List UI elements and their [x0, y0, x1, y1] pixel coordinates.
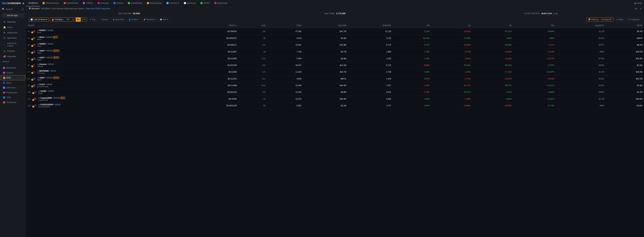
time-btn-1h[interactable]: 1H — [70, 18, 76, 22]
time-btn-6h[interactable]: 6H — [76, 18, 81, 22]
rank-by-button[interactable]: 🏆 Rank by: ↓ Trending 6H — [586, 18, 614, 22]
table-row[interactable]: #5 A v3 ANDY / WBNB ⚡500 ANDY $0.0₆ — [26, 55, 644, 62]
table-row[interactable]: #1 P v4 PERRY / WBNB Perry $0.0083 — [26, 28, 644, 35]
makers-cell: 1,424 — [348, 75, 393, 82]
sidebar-collapse-btn[interactable]: ◀ — [22, 2, 24, 5]
advertise-label: Advertise — [7, 55, 16, 58]
table-row[interactable]: #4 A v3 ANDY / WBNB ⚡500 ANDY $0.0₆ — [26, 48, 644, 55]
makers-cell: 5,894 — [348, 96, 393, 102]
top-nav-bakeryswap[interactable]: BakerySwap — [144, 0, 164, 6]
m5-cell: 0.57% — [393, 75, 431, 82]
logo-area: DEX SCREENER ◀ — [0, 0, 26, 6]
table-row[interactable]: #9 C v3 CLEO / WBNB Binance's dog — [26, 82, 644, 89]
top-nav-radioshack[interactable]: RadioShack — [61, 0, 80, 6]
age-cell: 12h — [238, 89, 267, 96]
sidebar-more[interactable]: more ▾ — [0, 59, 26, 64]
top-nav-biswap[interactable]: Biswap — [111, 0, 126, 6]
token-quote: WBNB — [48, 29, 54, 32]
sidebar-item-ethereum[interactable]: Ethereum — [1, 85, 25, 90]
sidebar-search[interactable]: 🔍 Search / — [0, 6, 26, 12]
th-price[interactable]: PRICE ⛁ — [186, 23, 238, 28]
sidebar-item-ton[interactable]: TON — [1, 95, 25, 100]
banner-close-btn[interactable]: ✕ — [640, 8, 642, 10]
top-nav-all-dexes[interactable]: All DEXes — [26, 0, 40, 6]
more-dexes-button[interactable]: ▶ More — [632, 0, 644, 6]
th-makers[interactable]: MAKERS — [348, 23, 393, 28]
sidebar-item-watchlist[interactable]: ★ Watchlist — [1, 19, 25, 24]
last-24h-button[interactable]: 🕐 Last 24 hours ▾ — [29, 18, 49, 22]
token-icons: P — [31, 30, 36, 33]
table-row[interactable]: #2 M v4 MAUI / WBNB ⚡30 MAUI $0.000 — [26, 35, 644, 42]
base-dot — [3, 82, 5, 84]
sidebar-item-base[interactable]: Base — [1, 80, 25, 85]
h1-cell: 56.16% — [431, 62, 472, 69]
volume-cell: $2.1M — [303, 102, 348, 109]
top-nav-unchain-x[interactable]: Unchain X — [164, 0, 182, 6]
sidebar-item-portfolio[interactable]: ◫ Portfolio — [1, 48, 25, 54]
top-nav-uniswap[interactable]: Uniswap — [95, 0, 111, 6]
th-mcap[interactable]: MCAP — [606, 23, 644, 28]
th-liquidity[interactable]: LIQUIDITY — [556, 23, 606, 28]
sidebar-item-gainers-losers[interactable]: ↕ Gainers & Losers — [1, 41, 25, 48]
sidebar-item-alerts[interactable]: 🔔 Alerts — [1, 24, 25, 30]
table-row[interactable]: #7 B v4 BROWNIE / WBNB CZ's Dog $0 — [26, 69, 644, 75]
sidebar-item-multicharts[interactable]: ⊞ Multicharts — [1, 30, 25, 35]
table-container: TOKEN PRICE ⛁ AGE TXNS VOLUME MAKERS 5M … — [26, 23, 644, 237]
time-range-filter: 🕐 Last 24 hours ▾ — [29, 18, 49, 22]
top-nav-pancakeswap[interactable]: PancakeSwap — [40, 0, 61, 6]
th-6h[interactable]: 6H — [472, 23, 513, 28]
top-nav-mdex[interactable]: MDEX — [198, 0, 212, 6]
table-row[interactable]: #3 P v4 PERRY / WBNB Perry $0.0082 — [26, 42, 644, 48]
token-base: MAUI — [40, 36, 44, 38]
volume-cell: $38.4M — [303, 96, 348, 102]
table-row[interactable]: #6 P v4 Petunia / WBNB Petunia $0. — [26, 62, 644, 69]
th-volume[interactable]: VOLUME — [303, 23, 348, 28]
profile-tab-button[interactable]: 👤 Profile ▾ — [127, 18, 140, 22]
th-age[interactable]: AGE — [238, 23, 267, 28]
ads-tab-button[interactable]: 📢 Ads ▾ — [158, 18, 170, 22]
th-txns[interactable]: TXNS — [267, 23, 303, 28]
stat-block: LATEST BLOCK: 46,617,314 1s ago — [438, 11, 644, 16]
top-nav-babyswap[interactable]: BabySwap — [212, 0, 230, 6]
th-token[interactable]: TOKEN — [26, 23, 186, 28]
sidebar-item-new-pairs[interactable]: ⊕ New Pairs — [1, 35, 25, 40]
table-row[interactable]: #12 F v4 FOURTARDIO / WBNB FOURTARDIO — [26, 102, 644, 109]
filters-button[interactable]: ≡ Filters — [614, 18, 625, 22]
time-btn-24h[interactable]: 24H — [81, 18, 87, 22]
boosted-tab-button[interactable]: ⚡ Boosted ▾ — [142, 18, 157, 22]
sidebar-item-avalanche[interactable]: Avalanche — [1, 100, 25, 105]
table-row[interactable]: #10 S v4 SADIE / WBNB Sadie $0.001 — [26, 89, 644, 96]
txns-cell: 19,474 — [267, 96, 303, 102]
trending-button[interactable]: 🔥 Trending ℹ — [50, 18, 65, 22]
sidebar-item-solana[interactable]: Solana — [1, 70, 25, 75]
th-24h[interactable]: 24H — [513, 23, 556, 28]
th-5m[interactable]: 5M — [393, 23, 431, 28]
chain-icon — [31, 52, 33, 54]
top-nav-squadswap[interactable]: SquadSwap — [126, 0, 144, 6]
get-app-button[interactable]: 📱 Get the App! — [2, 13, 24, 18]
table-row[interactable]: #8 A v3 ANDY / WBNB ⚡500 ANDY $0.0₆ — [26, 75, 644, 82]
sidebar-item-pulsechain[interactable]: PulseChain — [1, 90, 25, 95]
fire-icon: 🔥 — [52, 18, 54, 21]
sidebar-item-moonshot[interactable]: Moonshot — [1, 66, 25, 70]
megaphone-icon: 📢 — [160, 18, 162, 21]
gainers-tab-button[interactable]: ↑ Gainers — [98, 18, 110, 22]
time-btn-5m[interactable]: 5M — [65, 18, 71, 22]
sidebar-item-bsc[interactable]: BSC — [1, 75, 25, 80]
banner-link[interactable]: Claim Your FREE Entry Now. — [85, 8, 110, 10]
h24-cell: 41,421% — [513, 82, 556, 89]
customize-button[interactable]: ⚙ Customize — [626, 18, 642, 22]
token-quote: WBNB — [46, 83, 52, 86]
new-pairs-tab-button[interactable]: ◆ New Pairs — [111, 18, 126, 22]
token-slash: / — [46, 50, 46, 52]
token-slash: / — [54, 104, 54, 106]
top-nav-thena[interactable]: THENA — [80, 0, 95, 6]
table-row[interactable]: #11 C v4 CaptainBNB / WBNB ⚡60 CaptainBN… — [26, 96, 644, 102]
top-tab-button[interactable]: ⬆ Top — [88, 18, 97, 22]
th-1h[interactable]: 1H — [431, 23, 472, 28]
liquidity-cell: $280K — [556, 89, 606, 96]
volume-label: 24H VOLUME: — [118, 12, 132, 15]
banner-logo: 🏆 MetaWin — [29, 8, 40, 10]
top-nav-apeswap[interactable]: ApeSwap — [182, 0, 198, 6]
sidebar-item-advertise[interactable]: 📣 Advertise — [1, 54, 25, 59]
